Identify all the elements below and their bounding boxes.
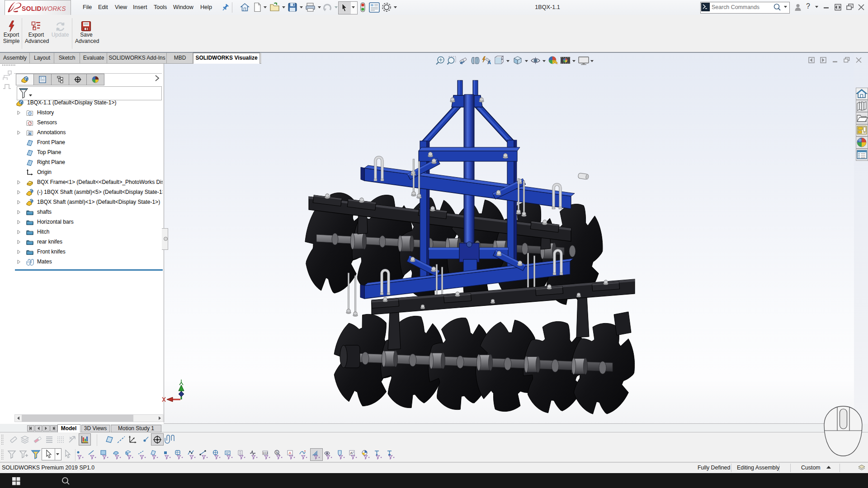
svg-text:N: N (276, 451, 278, 454)
svg-text:103: 103 (263, 451, 268, 455)
svg-text:A: A (289, 451, 292, 455)
svg-text:A²: A² (350, 451, 354, 455)
svg-text:A: A (28, 132, 31, 135)
svg-text:A: A (487, 60, 491, 65)
